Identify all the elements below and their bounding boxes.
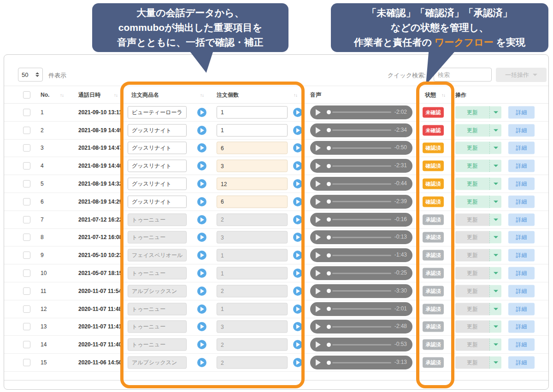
row-checkbox[interactable] — [23, 180, 30, 187]
header-no[interactable]: No. — [41, 92, 49, 98]
product-play-icon[interactable] — [197, 358, 206, 367]
audio-play-icon[interactable] — [316, 341, 321, 348]
audio-player[interactable]: -0:50 — [310, 141, 412, 155]
detail-button[interactable]: 詳細 — [508, 106, 535, 118]
page-size-select[interactable]: 50 — [18, 68, 43, 82]
detail-button[interactable]: 詳細 — [508, 249, 535, 262]
quantity-play-icon[interactable] — [293, 358, 302, 367]
product-play-icon[interactable] — [197, 233, 206, 242]
bulk-action-button[interactable]: 一括操作 — [496, 68, 547, 82]
quantity-play-icon[interactable] — [293, 143, 302, 152]
audio-seek-handle[interactable] — [327, 289, 331, 293]
audio-progress-track[interactable] — [332, 308, 391, 310]
update-button[interactable]: 更新 — [455, 124, 489, 136]
sort-icon[interactable]: ↑↓ — [114, 92, 118, 97]
product-name-field[interactable] — [128, 160, 187, 172]
audio-progress-track[interactable] — [332, 201, 391, 202]
audio-play-icon[interactable] — [316, 163, 321, 169]
detail-button[interactable]: 詳細 — [508, 321, 535, 333]
audio-play-icon[interactable] — [316, 127, 321, 134]
update-dropdown-button[interactable] — [489, 285, 501, 297]
detail-button[interactable]: 詳細 — [508, 339, 535, 351]
audio-seek-handle[interactable] — [327, 325, 331, 329]
update-dropdown-button[interactable] — [489, 178, 501, 190]
row-checkbox[interactable] — [23, 162, 30, 170]
update-button[interactable]: 更新 — [455, 195, 489, 208]
quantity-play-icon[interactable] — [293, 197, 302, 206]
detail-button[interactable]: 詳細 — [508, 124, 535, 136]
product-name-field[interactable] — [128, 178, 187, 190]
audio-seek-handle[interactable] — [327, 271, 331, 275]
quantity-play-icon[interactable] — [293, 322, 302, 331]
update-dropdown-button[interactable] — [489, 160, 501, 172]
audio-seek-handle[interactable] — [327, 307, 331, 311]
product-play-icon[interactable] — [197, 340, 206, 349]
audio-play-icon[interactable] — [316, 270, 321, 276]
audio-progress-track[interactable] — [332, 344, 391, 345]
audio-play-icon[interactable] — [316, 306, 321, 312]
detail-button[interactable]: 詳細 — [508, 178, 535, 190]
row-checkbox[interactable] — [23, 323, 30, 330]
update-button[interactable]: 更新 — [455, 178, 489, 190]
product-play-icon[interactable] — [197, 161, 206, 170]
audio-play-icon[interactable] — [316, 181, 321, 187]
update-dropdown-button[interactable] — [489, 303, 501, 315]
header-product[interactable]: 注文商品名 — [131, 91, 159, 99]
row-checkbox[interactable] — [23, 234, 30, 241]
detail-button[interactable]: 詳細 — [508, 285, 535, 297]
audio-progress-track[interactable] — [332, 111, 391, 113]
select-all-checkbox[interactable] — [23, 91, 30, 99]
quantity-field[interactable] — [217, 195, 288, 208]
update-dropdown-button[interactable] — [489, 195, 501, 208]
audio-player[interactable]: -0:44 — [310, 177, 412, 191]
product-play-icon[interactable] — [197, 304, 206, 314]
update-dropdown-button[interactable] — [489, 321, 501, 333]
audio-seek-handle[interactable] — [327, 217, 331, 222]
update-button[interactable]: 更新 — [455, 106, 489, 118]
detail-button[interactable]: 詳細 — [508, 231, 535, 244]
audio-player[interactable]: -0:16 — [310, 213, 412, 227]
detail-button[interactable]: 詳細 — [508, 142, 535, 154]
product-play-icon[interactable] — [197, 143, 206, 152]
update-dropdown-button[interactable] — [489, 267, 501, 280]
product-play-icon[interactable] — [197, 179, 206, 188]
audio-progress-track[interactable] — [332, 255, 391, 256]
quantity-field[interactable] — [217, 142, 288, 154]
update-dropdown-button[interactable] — [489, 213, 501, 226]
audio-player[interactable]: -2:39 — [310, 195, 412, 209]
audio-progress-track[interactable] — [332, 326, 391, 328]
product-name-field[interactable] — [128, 195, 187, 208]
audio-seek-handle[interactable] — [327, 253, 331, 257]
row-checkbox[interactable] — [23, 144, 30, 152]
audio-play-icon[interactable] — [316, 234, 321, 240]
audio-player[interactable]: -1:43 — [310, 248, 412, 262]
header-status[interactable]: 状態 — [425, 91, 436, 99]
audio-seek-handle[interactable] — [327, 235, 331, 240]
update-button[interactable]: 更新 — [455, 142, 489, 154]
audio-seek-handle[interactable] — [327, 199, 331, 204]
row-checkbox[interactable] — [23, 341, 30, 348]
row-checkbox[interactable] — [23, 269, 30, 277]
audio-player[interactable]: -3:13 — [310, 356, 412, 369]
quantity-play-icon[interactable] — [293, 340, 302, 349]
product-play-icon[interactable] — [197, 251, 206, 260]
row-checkbox[interactable] — [23, 216, 30, 223]
quick-search-input[interactable] — [434, 68, 492, 82]
row-checkbox[interactable] — [23, 305, 30, 313]
product-play-icon[interactable] — [197, 215, 206, 224]
audio-play-icon[interactable] — [316, 216, 321, 223]
audio-progress-track[interactable] — [332, 273, 391, 274]
detail-button[interactable]: 詳細 — [508, 195, 535, 208]
header-datetime[interactable]: 通話日時 — [78, 91, 100, 99]
product-name-field[interactable] — [128, 124, 187, 136]
update-dropdown-button[interactable] — [489, 231, 501, 244]
audio-player[interactable]: -0:25 — [310, 266, 412, 280]
sort-icon[interactable]: ↑↓ — [200, 92, 204, 97]
quantity-play-icon[interactable] — [293, 269, 302, 278]
update-dropdown-button[interactable] — [489, 142, 501, 154]
quantity-play-icon[interactable] — [293, 233, 302, 242]
quantity-play-icon[interactable] — [293, 304, 302, 314]
audio-seek-handle[interactable] — [327, 128, 331, 132]
audio-seek-handle[interactable] — [327, 361, 331, 365]
audio-seek-handle[interactable] — [327, 182, 331, 186]
